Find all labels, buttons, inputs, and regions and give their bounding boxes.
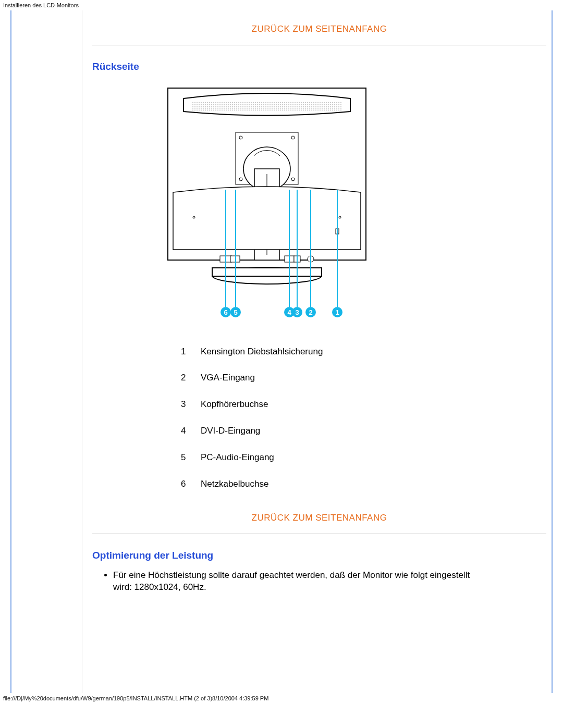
monitor-rear-svg: 6 5 4 3 2 1 (163, 83, 371, 323)
diagram-label-1: 1 (335, 309, 339, 316)
back-to-top-link[interactable]: ZURÜCK ZUM SEITENANFANG (252, 24, 387, 34)
back-to-top-row-1: ZURÜCK ZUM SEITENANFANG (92, 23, 546, 35)
legend-text: DVI-D-Eingang (201, 418, 328, 445)
optimize-bullet: Für eine Höchstleistung sollte darauf ge… (113, 570, 488, 594)
divider (92, 45, 546, 45)
diagram-label-4: 4 (287, 309, 291, 316)
legend-row: 5 PC-Audio-Eingang (181, 445, 328, 471)
legend-num: 1 (181, 339, 201, 365)
diagram-label-3: 3 (295, 309, 299, 316)
page-header-title: Installieren des LCD-Monitors (0, 0, 563, 10)
optimize-heading: Optimierung der Leistung (92, 549, 546, 562)
optimize-list: Für eine Höchstleistung sollte darauf ge… (113, 570, 546, 594)
legend-num: 4 (181, 418, 201, 445)
diagram-label-6: 6 (224, 309, 227, 316)
legend-row: 4 DVI-D-Eingang (181, 418, 328, 445)
page-body: ZURÜCK ZUM SEITENANFANG Rückseite (10, 10, 553, 693)
legend-num: 6 (181, 471, 201, 498)
legend-row: 3 Kopfhörerbuchse (181, 391, 328, 418)
content-column: ZURÜCK ZUM SEITENANFANG Rückseite (92, 10, 552, 594)
rear-view-diagram: 6 5 4 3 2 1 (163, 83, 546, 326)
legend-row: 2 VGA-Eingang (181, 365, 328, 391)
legend-row: 1 Kensington Diebstahlsicherung (181, 339, 328, 365)
svg-rect-12 (212, 268, 322, 276)
page-footer-path: file:///D|/My%20documents/dfu/W9/german/… (0, 693, 563, 704)
callout-legend: 1 Kensington Diebstahlsicherung 2 VGA-Ei… (181, 339, 328, 498)
legend-num: 5 (181, 445, 201, 471)
rear-view-heading: Rückseite (92, 60, 546, 73)
diagram-label-5: 5 (234, 309, 237, 316)
legend-text: PC-Audio-Eingang (201, 445, 328, 471)
divider (92, 534, 546, 534)
left-gutter (11, 10, 82, 693)
legend-row: 6 Netzkabelbuchse (181, 471, 328, 498)
legend-text: Netzkabelbuchse (201, 471, 328, 498)
back-to-top-row-2: ZURÜCK ZUM SEITENANFANG (92, 512, 546, 524)
back-to-top-link[interactable]: ZURÜCK ZUM SEITENANFANG (252, 513, 387, 523)
legend-num: 3 (181, 391, 201, 418)
svg-rect-1 (191, 102, 342, 111)
diagram-label-2: 2 (309, 309, 312, 316)
legend-text: VGA-Eingang (201, 365, 328, 391)
legend-text: Kensington Diebstahlsicherung (201, 339, 328, 365)
legend-text: Kopfhörerbuchse (201, 391, 328, 418)
legend-num: 2 (181, 365, 201, 391)
